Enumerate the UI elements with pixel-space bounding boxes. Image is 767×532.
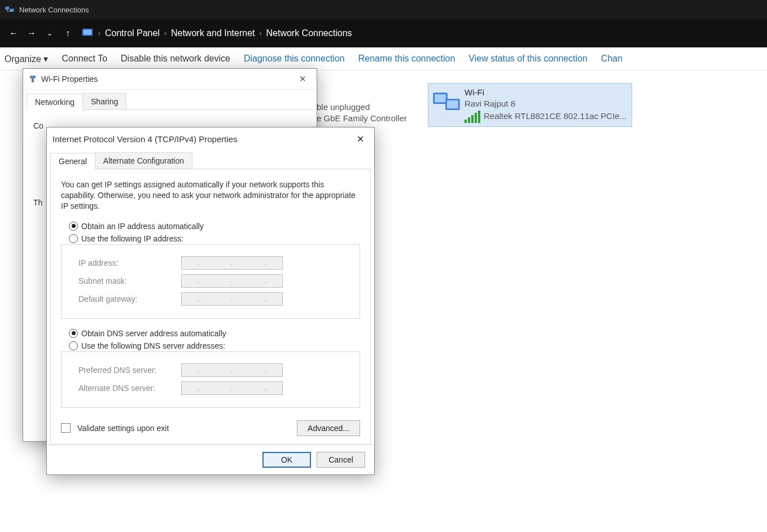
- ip-address-label: IP address:: [78, 258, 174, 267]
- svg-rect-9: [32, 78, 34, 82]
- radio-use-ip[interactable]: Use the following IP address:: [69, 234, 360, 243]
- radio-icon: [69, 329, 78, 338]
- preferred-dns-input[interactable]: ...: [181, 363, 283, 377]
- tab-bar: Networking Sharing: [27, 93, 313, 110]
- change-settings-button[interactable]: Chan: [601, 54, 623, 64]
- ipv4-properties-dialog: Internet Protocol Version 4 (TCP/IPv4) P…: [46, 127, 375, 475]
- breadcrumb-item[interactable]: Network and Internet: [171, 28, 255, 38]
- default-gateway-label: Default gateway:: [78, 294, 174, 304]
- ip-address-row: IP address: ...: [78, 256, 352, 270]
- connection-adapter: Realtek RTL8821CE 802.11ac PCIe...: [484, 111, 626, 122]
- svg-rect-3: [84, 30, 92, 35]
- validate-settings-checkbox[interactable]: Validate settings upon exit: [61, 423, 169, 433]
- dialog-title: Internet Protocol Version 4 (TCP/IPv4) P…: [52, 134, 238, 144]
- preferred-dns-label: Preferred DNS server:: [78, 366, 174, 375]
- chevron-right-icon: ›: [98, 29, 100, 37]
- advanced-button[interactable]: Advanced...: [297, 420, 360, 436]
- dialog-footer: OK Cancel: [47, 445, 374, 474]
- description-text: You can get IP settings assigned automat…: [61, 179, 360, 212]
- ethernet-status-fragment: ble unplugged: [317, 102, 407, 113]
- dialog-titlebar[interactable]: Internet Protocol Version 4 (TCP/IPv4) P…: [47, 127, 374, 150]
- subnet-mask-label: Subnet mask:: [78, 276, 174, 285]
- radio-icon: [69, 222, 78, 231]
- radio-label: Obtain an IP address automatically: [81, 222, 204, 231]
- wifi-signal-icon: [464, 109, 480, 123]
- chevron-right-icon: ›: [164, 29, 166, 37]
- radio-icon: [69, 234, 78, 243]
- navigation-bar: ← → ⌄ ↑ › Control Panel › Network and In…: [0, 19, 767, 47]
- tab-networking[interactable]: Networking: [27, 94, 83, 110]
- close-button[interactable]: ✕: [295, 72, 311, 86]
- breadcrumb-item[interactable]: Control Panel: [105, 28, 160, 38]
- radio-label: Use the following IP address:: [81, 234, 183, 243]
- ip-address-input[interactable]: ...: [181, 256, 283, 270]
- radio-use-dns[interactable]: Use the following DNS server addresses:: [69, 341, 360, 350]
- svg-rect-8: [30, 76, 36, 78]
- nav-up-button[interactable]: ↑: [59, 24, 77, 42]
- svg-rect-0: [6, 7, 10, 10]
- svg-rect-5: [435, 94, 446, 103]
- connections-pane: ble unplugged e GbE Family Controller Wi…: [0, 71, 767, 532]
- tab-sharing[interactable]: Sharing: [82, 93, 126, 109]
- disable-device-button[interactable]: Disable this network device: [121, 54, 230, 64]
- subnet-mask-input[interactable]: ...: [181, 274, 283, 288]
- command-toolbar: Organize ▾ Connect To Disable this netwo…: [0, 47, 767, 71]
- rename-button[interactable]: Rename this connection: [358, 54, 455, 64]
- checkbox-icon: [61, 423, 71, 433]
- network-adapter-icon: [428, 87, 464, 123]
- radio-obtain-ip-auto[interactable]: Obtain an IP address automatically: [69, 222, 360, 231]
- close-button[interactable]: ✕: [352, 131, 369, 147]
- radio-icon: [69, 341, 78, 350]
- ethernet-adapter-fragment: e GbE Family Controller: [317, 113, 407, 124]
- organize-menu[interactable]: Organize ▾: [5, 54, 48, 64]
- preferred-dns-row: Preferred DNS server: ...: [78, 363, 352, 377]
- window-titlebar: Network Connections: [0, 0, 767, 19]
- dialog-title: Wi-Fi Properties: [41, 74, 98, 83]
- nav-back-button[interactable]: ←: [5, 24, 23, 42]
- default-gateway-row: Default gateway: ...: [78, 292, 352, 306]
- network-connections-icon: [5, 5, 15, 15]
- alternate-dns-input[interactable]: ...: [181, 381, 283, 395]
- nav-history-dropdown[interactable]: ⌄: [41, 24, 59, 42]
- connection-item-wifi[interactable]: Wi-Fi Ravi Rajput 8 Realtek RTL8821CE 80…: [428, 83, 632, 127]
- alternate-dns-label: Alternate DNS server:: [78, 384, 174, 393]
- default-gateway-input[interactable]: ...: [181, 292, 283, 306]
- tab-bar: General Alternate Configuration: [50, 152, 371, 169]
- radio-label: Obtain DNS server address automatically: [81, 329, 226, 338]
- checkbox-label: Validate settings upon exit: [77, 424, 169, 433]
- ip-fields-group: IP address: ... Subnet mask: ... Default…: [61, 244, 360, 319]
- window-title: Network Connections: [19, 6, 89, 14]
- view-status-button[interactable]: View status of this connection: [468, 54, 588, 64]
- svg-rect-7: [447, 100, 458, 109]
- breadcrumb-item[interactable]: Network Connections: [266, 28, 352, 38]
- connection-ssid: Ravi Rajput 8: [464, 98, 626, 109]
- dns-fields-group: Preferred DNS server: ... Alternate DNS …: [61, 351, 360, 408]
- chevron-right-icon: ›: [259, 29, 261, 37]
- adapter-icon: [29, 74, 37, 83]
- breadcrumb[interactable]: › Control Panel › Network and Internet ›…: [81, 27, 352, 39]
- tab-alternate-configuration[interactable]: Alternate Configuration: [95, 152, 192, 169]
- control-panel-icon: [81, 27, 94, 39]
- dialog-titlebar[interactable]: Wi-Fi Properties ✕: [23, 69, 317, 90]
- tab-general[interactable]: General: [50, 153, 95, 169]
- connect-to-button[interactable]: Connect To: [62, 54, 107, 64]
- diagnose-button[interactable]: Diagnose this connection: [244, 54, 345, 64]
- alternate-dns-row: Alternate DNS server: ...: [78, 381, 352, 395]
- connection-name: Wi-Fi: [464, 87, 626, 98]
- radio-label: Use the following DNS server addresses:: [81, 341, 225, 350]
- radio-obtain-dns-auto[interactable]: Obtain DNS server address automatically: [69, 329, 360, 338]
- cancel-button[interactable]: Cancel: [317, 452, 365, 468]
- nav-forward-button[interactable]: →: [23, 24, 41, 42]
- ok-button[interactable]: OK: [262, 452, 311, 468]
- subnet-mask-row: Subnet mask: ...: [78, 274, 352, 288]
